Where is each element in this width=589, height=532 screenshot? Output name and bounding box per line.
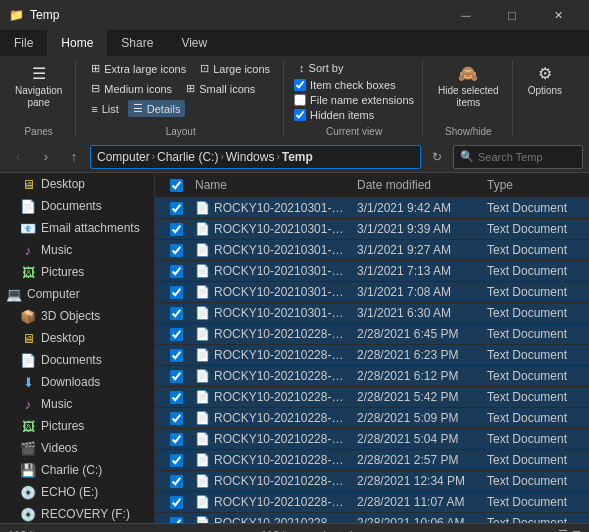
table-row[interactable]: 📄ROCKY10-20210228-1457 2/28/2021 2:57 PM… [155,450,589,471]
large-view-icon[interactable]: ⊞ [572,528,581,532]
extra-large-icons-button[interactable]: ⊞ Extra large icons [86,60,191,77]
crumb-charlie[interactable]: Charlie (C:) [157,150,218,164]
row-checkbox-cell[interactable] [161,473,191,490]
close-button[interactable]: ✕ [535,0,581,30]
row-checkbox[interactable] [170,265,183,278]
table-row[interactable]: 📄ROCKY10-20210301-0938 3/1/2021 9:39 AM … [155,219,589,240]
row-checkbox-cell[interactable] [161,221,191,238]
search-bar[interactable]: 🔍 [453,145,583,169]
row-checkbox[interactable] [170,370,183,383]
options-button[interactable]: ⚙ Options [523,60,567,99]
row-checkbox-cell[interactable] [161,326,191,343]
sidebar-item-desktop[interactable]: 🖥 Desktop [0,173,154,195]
file-name-extensions-label[interactable]: File name extensions [294,94,414,106]
table-row[interactable]: 📄ROCKY10-20210228-1823 2/28/2021 6:23 PM… [155,345,589,366]
row-checkbox[interactable] [170,391,183,404]
navigation-pane-button[interactable]: ☰ Navigationpane [10,60,67,112]
row-checkbox[interactable] [170,454,183,467]
hide-selected-items-button[interactable]: 🙈 Hide selecteditems [433,60,504,112]
tab-file[interactable]: File [0,30,47,56]
sidebar-item-music2[interactable]: ♪ Music [0,393,154,415]
header-type[interactable]: Type [483,176,583,194]
table-row[interactable]: 📄ROCKY10-20210228-1704 2/28/2021 5:04 PM… [155,429,589,450]
crumb-temp[interactable]: Temp [282,150,313,164]
table-row[interactable]: 📄ROCKY10-20210228-1006 2/28/2021 10:06 A… [155,513,589,523]
crumb-windows[interactable]: Windows [226,150,275,164]
table-row[interactable]: 📄ROCKY10-20210301-0708 3/1/2021 7:08 AM … [155,282,589,303]
up-button[interactable]: ↑ [62,145,86,169]
tab-share[interactable]: Share [107,30,167,56]
row-checkbox[interactable] [170,223,183,236]
address-bar[interactable]: Computer › Charlie (C:) › Windows › Temp [90,145,421,169]
row-checkbox-cell[interactable] [161,431,191,448]
sidebar-item-music[interactable]: ♪ Music [0,239,154,261]
medium-icons-button[interactable]: ⊟ Medium icons [86,80,177,97]
row-checkbox-cell[interactable] [161,368,191,385]
row-checkbox-cell[interactable] [161,389,191,406]
row-checkbox[interactable] [170,244,183,257]
row-checkbox[interactable] [170,433,183,446]
sidebar-item-echo[interactable]: 💿 ECHO (E:) [0,481,154,503]
select-all-checkbox[interactable] [170,179,183,192]
hidden-items-label[interactable]: Hidden items [294,109,374,121]
row-checkbox[interactable] [170,349,183,362]
refresh-button[interactable]: ↻ [425,145,449,169]
hidden-items-input[interactable] [294,109,306,121]
row-checkbox[interactable] [170,412,183,425]
table-row[interactable]: 📄ROCKY10-20210228-1742 2/28/2021 5:42 PM… [155,387,589,408]
row-checkbox-cell[interactable] [161,452,191,469]
row-checkbox[interactable] [170,517,183,524]
table-row[interactable]: 📄ROCKY10-20210301-0713 3/1/2021 7:13 AM … [155,261,589,282]
row-checkbox-cell[interactable] [161,200,191,217]
header-checkbox-cell[interactable] [161,176,191,194]
maximize-button[interactable]: □ [489,0,535,30]
table-row[interactable]: 📄ROCKY10-20210228-1812 2/28/2021 6:12 PM… [155,366,589,387]
list-button[interactable]: ≡ List [86,101,124,117]
small-icons-button[interactable]: ⊞ Small icons [181,80,260,97]
header-date[interactable]: Date modified [353,176,483,194]
sidebar-item-charlie[interactable]: 💾 Charlie (C:) [0,459,154,481]
details-view-icon[interactable]: ☰ [558,528,568,532]
row-checkbox-cell[interactable] [161,515,191,524]
search-input[interactable] [478,151,568,163]
row-checkbox-cell[interactable] [161,242,191,259]
row-checkbox[interactable] [170,475,183,488]
minimize-button[interactable]: ─ [443,0,489,30]
table-row[interactable]: 📄ROCKY10-20210228-1106 2/28/2021 11:07 A… [155,492,589,513]
row-checkbox[interactable] [170,328,183,341]
table-row[interactable]: 📄ROCKY10-20210301-0927 3/1/2021 9:27 AM … [155,240,589,261]
item-checkboxes-input[interactable] [294,79,306,91]
table-row[interactable]: 📄ROCKY10-20210301-0942 3/1/2021 9:42 AM … [155,198,589,219]
row-checkbox-cell[interactable] [161,284,191,301]
forward-button[interactable]: › [34,145,58,169]
row-checkbox-cell[interactable] [161,410,191,427]
details-button[interactable]: ☰ Details [128,100,186,117]
sidebar-item-pictures2[interactable]: 🖼 Pictures [0,415,154,437]
table-row[interactable]: 📄ROCKY10-20210301-0630 3/1/2021 6:30 AM … [155,303,589,324]
sidebar-item-documents[interactable]: 📄 Documents [0,195,154,217]
sidebar-item-pictures[interactable]: 🖼 Pictures [0,261,154,283]
row-checkbox-cell[interactable] [161,305,191,322]
sidebar-item-documents2[interactable]: 📄 Documents [0,349,154,371]
row-checkbox[interactable] [170,202,183,215]
row-checkbox[interactable] [170,307,183,320]
sidebar-item-downloads[interactable]: ⬇ Downloads [0,371,154,393]
back-button[interactable]: ‹ [6,145,30,169]
sidebar-item-recovery[interactable]: 💿 RECOVERY (F:) [0,503,154,523]
table-row[interactable]: 📄ROCKY10-20210228-1709 2/28/2021 5:09 PM… [155,408,589,429]
sidebar-item-videos[interactable]: 🎬 Videos [0,437,154,459]
row-checkbox[interactable] [170,496,183,509]
item-checkboxes-label[interactable]: Item check boxes [294,79,396,91]
sort-by-button[interactable]: ↕ Sort by [294,60,348,76]
row-checkbox-cell[interactable] [161,347,191,364]
sidebar-item-3dobjects[interactable]: 📦 3D Objects [0,305,154,327]
row-checkbox[interactable] [170,286,183,299]
header-name[interactable]: Name [191,176,353,194]
sidebar-item-desktop2[interactable]: 🖥 Desktop [0,327,154,349]
tab-view[interactable]: View [167,30,221,56]
sidebar-item-computer[interactable]: 💻 Computer [0,283,154,305]
file-name-extensions-input[interactable] [294,94,306,106]
row-checkbox-cell[interactable] [161,263,191,280]
table-row[interactable]: 📄ROCKY10-20210228-1844 2/28/2021 6:45 PM… [155,324,589,345]
table-row[interactable]: 📄ROCKY10-20210228-1234 2/28/2021 12:34 P… [155,471,589,492]
